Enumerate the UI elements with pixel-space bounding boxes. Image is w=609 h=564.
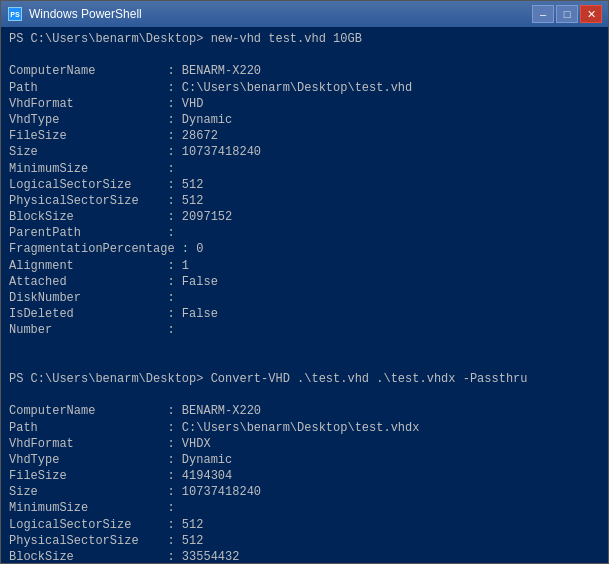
blank-line-4 [9,387,600,403]
prompt-line-2: PS C:\Users\benarm\Desktop> Convert-VHD … [9,371,600,387]
prop-Number-1: Number : [9,322,600,338]
prop-FileSize-2: FileSize : 4194304 [9,468,600,484]
prop-VhdFormat-1: VhdFormat : VHD [9,96,600,112]
prop-LogicalSectorSize-2: LogicalSectorSize : 512 [9,517,600,533]
prop-Alignment-1: Alignment : 1 [9,258,600,274]
prop-BlockSize-2: BlockSize : 33554432 [9,549,600,563]
blank-line [9,47,600,63]
prop-MinimumSize-1: MinimumSize : [9,161,600,177]
powershell-icon: PS [7,6,23,22]
prop-Path-1: Path : C:\Users\benarm\Desktop\test.vhd [9,80,600,96]
prompt-line-1: PS C:\Users\benarm\Desktop> new-vhd test… [9,31,600,47]
prop-IsDeleted-1: IsDeleted : False [9,306,600,322]
prop-VhdFormat-2: VhdFormat : VHDX [9,436,600,452]
prop-MinimumSize-2: MinimumSize : [9,500,600,516]
window-title: Windows PowerShell [29,7,142,21]
prop-Attached-1: Attached : False [9,274,600,290]
window-controls: – □ ✕ [532,5,602,23]
prop-Size-1: Size : 10737418240 [9,144,600,160]
prop-VhdType-2: VhdType : Dynamic [9,452,600,468]
title-bar-left: PS Windows PowerShell [7,6,142,22]
maximize-button[interactable]: □ [556,5,578,23]
prop-PhysicalSectorSize-2: PhysicalSectorSize : 512 [9,533,600,549]
prop-LogicalSectorSize-1: LogicalSectorSize : 512 [9,177,600,193]
title-bar: PS Windows PowerShell – □ ✕ [1,1,608,27]
blank-line-3 [9,355,600,371]
prop-BlockSize-1: BlockSize : 2097152 [9,209,600,225]
close-button[interactable]: ✕ [580,5,602,23]
prop-ParentPath-1: ParentPath : [9,225,600,241]
prop-PhysicalSectorSize-1: PhysicalSectorSize : 512 [9,193,600,209]
powershell-window: PS Windows PowerShell – □ ✕ PS C:\Users\… [0,0,609,564]
minimize-button[interactable]: – [532,5,554,23]
prop-VhdType-1: VhdType : Dynamic [9,112,600,128]
prop-ComputerName-2: ComputerName : BENARM-X220 [9,403,600,419]
prop-Size-2: Size : 10737418240 [9,484,600,500]
terminal-output[interactable]: PS C:\Users\benarm\Desktop> new-vhd test… [1,27,608,563]
prop-FileSize-1: FileSize : 28672 [9,128,600,144]
blank-line-2 [9,339,600,355]
prop-DiskNumber-1: DiskNumber : [9,290,600,306]
prop-FragmentationPercentage-1: FragmentationPercentage : 0 [9,241,600,257]
prop-Path-2: Path : C:\Users\benarm\Desktop\test.vhdx [9,420,600,436]
prop-ComputerName-1: ComputerName : BENARM-X220 [9,63,600,79]
